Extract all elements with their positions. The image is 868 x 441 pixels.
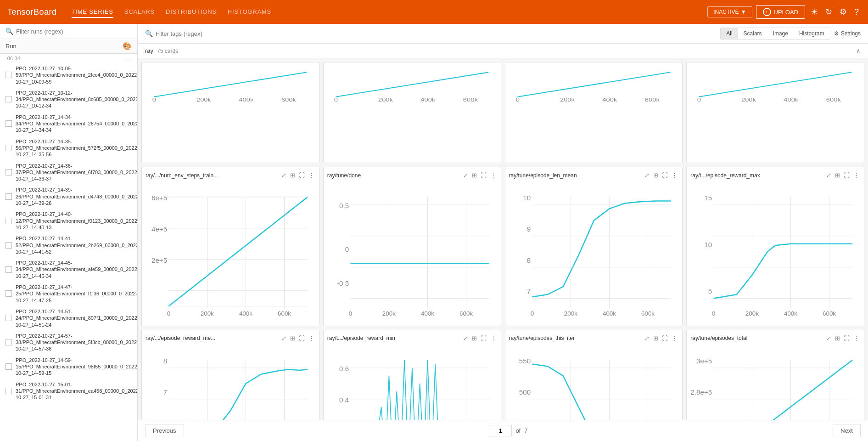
run-checkbox-8[interactable]	[6, 266, 12, 273]
svg-text:600k: 600k	[463, 97, 478, 102]
chart-pin-icon-8[interactable]: ⊞	[834, 334, 841, 343]
chart-menu-icon[interactable]: ⋮	[308, 171, 315, 180]
chart-fullscreen-icon-3[interactable]: ⛶	[661, 171, 669, 180]
svg-text:6: 6	[163, 419, 167, 420]
run-checkbox-5[interactable]	[6, 193, 12, 200]
run-item-0[interactable]: PPO_2022-10-27_10-09-59/PPO_MinecraftEnv…	[0, 63, 137, 87]
chart-pin-icon-6[interactable]: ⊞	[471, 334, 478, 343]
chart-fullscreen-icon-4[interactable]: ⛶	[843, 171, 851, 180]
run-checkbox-11[interactable]	[6, 339, 12, 345]
chart-pin-icon-4[interactable]: ⊞	[834, 171, 841, 180]
ray-name: ray	[145, 47, 153, 54]
run-checkbox-0[interactable]	[6, 72, 12, 78]
run-item-4[interactable]: PPO_2022-10-27_14-36-37/PPO_MinecraftEnv…	[0, 160, 137, 185]
upload-button[interactable]: ↑ UPLOAD	[756, 5, 805, 19]
run-item-5[interactable]: PPO_2022-10-27_14-39-26/PPO_MinecraftEnv…	[0, 184, 137, 209]
chart-menu-icon-3[interactable]: ⋮	[671, 171, 678, 180]
chart-fullscreen-icon[interactable]: ⛶	[298, 171, 306, 180]
refresh-button[interactable]: ↻	[823, 5, 834, 19]
run-checkbox-10[interactable]	[6, 315, 12, 321]
sidebar-search-input[interactable]	[16, 28, 132, 35]
tab-scalars[interactable]: SCALARS	[124, 6, 155, 18]
run-checkbox-4[interactable]	[6, 169, 12, 175]
filter-all-button[interactable]: All	[721, 28, 738, 39]
settings-button[interactable]: ⚙	[838, 5, 849, 19]
chart-menu-icon-7[interactable]: ⋮	[671, 334, 678, 343]
palette-icon[interactable]: 🎨	[123, 42, 132, 51]
svg-text:600k: 600k	[644, 97, 660, 102]
chart-menu-icon-6[interactable]: ⋮	[489, 334, 497, 343]
chart-expand-icon-8[interactable]: ⤢	[825, 334, 832, 343]
run-checkbox-13[interactable]	[6, 388, 12, 394]
charts-row-2: ray/.../episode_reward_me... ⤢ ⊞ ⛶ ⋮	[141, 330, 864, 420]
chart-expand-icon-6[interactable]: ⤢	[462, 334, 469, 343]
run-item-1[interactable]: PPO_2022-10-27_10-12-34/PPO_MinecraftEnv…	[0, 87, 137, 112]
run-checkbox-9[interactable]	[6, 290, 12, 297]
chart-expand-icon[interactable]: ⤢	[280, 171, 287, 180]
chart-expand-icon-7[interactable]: ⤢	[644, 334, 650, 343]
status-badge[interactable]: INACTIVE ▼	[707, 6, 752, 17]
chart-fullscreen-icon-8[interactable]: ⛶	[843, 334, 851, 343]
tag-search-input[interactable]	[156, 30, 233, 37]
chart-expand-icon-2[interactable]: ⤢	[462, 171, 469, 180]
chart-4-header: ray/t.../episode_reward_max ⤢ ⊞ ⛶ ⋮	[690, 171, 860, 180]
chart-menu-icon-5[interactable]: ⋮	[308, 334, 315, 343]
run-checkbox-2[interactable]	[6, 120, 12, 127]
run-item-7[interactable]: PPO_2022-10-27_14-41-52/PPO_MinecraftEnv…	[0, 233, 137, 257]
chart-pin-icon[interactable]: ⊞	[289, 171, 296, 180]
svg-text:400k: 400k	[602, 97, 617, 102]
filter-histogram-button[interactable]: Histogram	[794, 28, 830, 39]
help-button[interactable]: ?	[852, 6, 861, 19]
chart-card-5: ray/.../episode_reward_me... ⤢ ⊞ ⛶ ⋮	[141, 330, 319, 420]
run-name-6: PPO_2022-10-27_14-40-12/PPO_MinecraftEnv…	[16, 211, 137, 231]
previous-button[interactable]: Previous	[145, 424, 184, 437]
chart-menu-icon-2[interactable]: ⋮	[489, 171, 497, 180]
chart-menu-icon-8[interactable]: ⋮	[852, 334, 860, 343]
tab-time-series[interactable]: TIME SERIES	[72, 6, 113, 18]
chart-expand-icon-5[interactable]: ⤢	[280, 334, 287, 343]
chart-fullscreen-icon-7[interactable]: ⛶	[661, 334, 669, 343]
filter-image-button[interactable]: Image	[767, 28, 794, 39]
content-settings-button[interactable]: ⚙ Settings	[834, 30, 861, 37]
chart-pin-icon-3[interactable]: ⊞	[652, 171, 659, 180]
run-checkbox-3[interactable]	[6, 145, 12, 151]
chart-fullscreen-icon-5[interactable]: ⛶	[298, 334, 306, 343]
chart-expand-icon-3[interactable]: ⤢	[644, 171, 650, 180]
filter-scalars-button[interactable]: Scalars	[738, 28, 767, 39]
run-item-2[interactable]: PPO_2022-10-27_14-34-34/PPO_MinecraftEnv…	[0, 112, 137, 136]
chart-pin-icon-5[interactable]: ⊞	[289, 334, 296, 343]
search-icon: 🔍	[6, 28, 13, 35]
run-item-12[interactable]: PPO_2022-10-27_14-59-15/PPO_MinecraftEnv…	[0, 355, 137, 379]
run-item-9[interactable]: PPO_2022-10-27_14-47-25/PPO_MinecraftEnv…	[0, 282, 137, 306]
theme-toggle-button[interactable]: ☀	[809, 5, 820, 19]
run-item-10[interactable]: PPO_2022-10-27_14-51-24/PPO_MinecraftEnv…	[0, 306, 137, 330]
chart-pin-icon-7[interactable]: ⊞	[652, 334, 659, 343]
chart-expand-icon-4[interactable]: ⤢	[825, 171, 832, 180]
collapse-icon[interactable]: ∧	[856, 47, 861, 54]
run-checkbox-1[interactable]	[6, 96, 12, 102]
chart-3-body: 10 9 8 7 0 200k 400k 600k	[509, 181, 679, 322]
run-item-13[interactable]: PPO_2022-10-27_15-01-31/PPO_MinecraftEnv…	[0, 379, 137, 403]
run-item-3[interactable]: PPO_2022-10-27_14-35-56/PPO_MinecraftEnv…	[0, 136, 137, 160]
chart-2-title: ray/tune/done	[327, 172, 460, 179]
chart-menu-icon-4[interactable]: ⋮	[852, 171, 860, 180]
svg-text:0.5: 0.5	[339, 202, 349, 209]
chart-card-1: ray/.../num_env_steps_train... ⤢ ⊞ ⛶ ⋮	[141, 167, 319, 326]
chart-fullscreen-icon-6[interactable]: ⛶	[480, 334, 487, 343]
ray-header: ray 75 cards ∧	[138, 44, 868, 58]
run-item-11[interactable]: PPO_2022-10-27_14-57-38/PPO_MinecraftEnv…	[0, 330, 137, 355]
tab-histograms[interactable]: HISTOGRAMS	[228, 6, 271, 18]
run-checkbox-6[interactable]	[6, 218, 12, 224]
tab-distributions[interactable]: DISTRIBUTIONS	[166, 6, 217, 18]
svg-text:400k: 400k	[784, 310, 797, 317]
page-number-input[interactable]	[489, 425, 512, 436]
charts-row-1: ray/.../num_env_steps_train... ⤢ ⊞ ⛶ ⋮	[141, 167, 864, 326]
next-button[interactable]: Next	[833, 424, 861, 437]
run-checkbox-12[interactable]	[6, 363, 12, 370]
run-item-8[interactable]: PPO_2022-10-27_14-45-34/PPO_MinecraftEnv…	[0, 257, 137, 282]
chart-pin-icon-2[interactable]: ⊞	[471, 171, 478, 180]
svg-text:7: 7	[163, 388, 167, 396]
chart-fullscreen-icon-2[interactable]: ⛶	[480, 171, 487, 180]
run-item-6[interactable]: PPO_2022-10-27_14-40-12/PPO_MinecraftEnv…	[0, 209, 137, 233]
run-checkbox-7[interactable]	[6, 242, 12, 249]
